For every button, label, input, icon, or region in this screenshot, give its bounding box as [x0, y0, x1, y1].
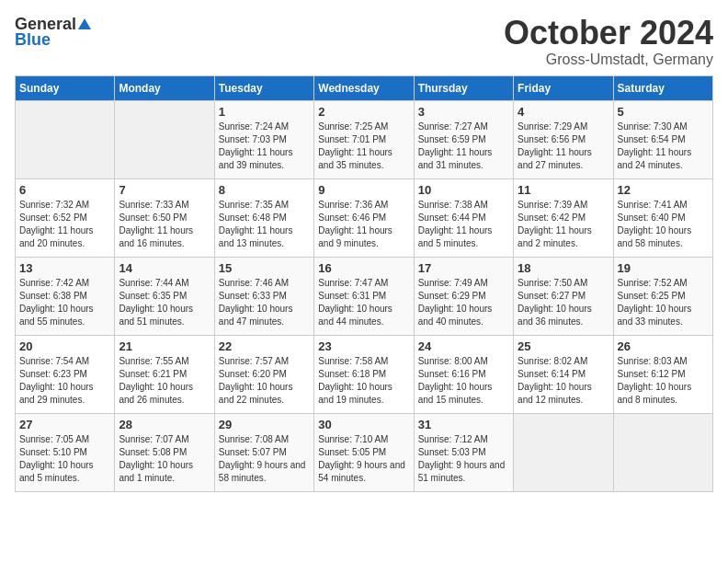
- cell-info: Sunrise: 7:25 AMSunset: 7:01 PMDaylight:…: [318, 121, 409, 172]
- cell-info: Sunrise: 8:00 AMSunset: 6:16 PMDaylight:…: [418, 355, 509, 407]
- cell-info: Sunrise: 7:54 AMSunset: 6:23 PMDaylight:…: [19, 355, 110, 407]
- day-number: 22: [219, 339, 310, 353]
- month-title: October 2024: [504, 15, 713, 52]
- day-number: 12: [618, 183, 709, 197]
- cell-info: Sunrise: 8:03 AMSunset: 6:12 PMDaylight:…: [618, 355, 709, 407]
- calendar-week-row: 27Sunrise: 7:05 AMSunset: 5:10 PMDayligh…: [16, 413, 713, 491]
- calendar-cell: 16Sunrise: 7:47 AMSunset: 6:31 PMDayligh…: [314, 257, 414, 335]
- calendar-cell: 18Sunrise: 7:50 AMSunset: 6:27 PMDayligh…: [514, 257, 613, 335]
- cell-info: Sunrise: 7:10 AMSunset: 5:05 PMDaylight:…: [318, 433, 409, 485]
- col-monday: Monday: [115, 75, 214, 100]
- col-thursday: Thursday: [414, 75, 513, 100]
- day-number: 11: [518, 183, 609, 197]
- cell-info: Sunrise: 7:39 AMSunset: 6:42 PMDaylight:…: [518, 199, 609, 250]
- day-number: 24: [418, 339, 509, 353]
- calendar-cell: [613, 413, 712, 491]
- day-number: 25: [518, 339, 609, 353]
- day-number: 26: [618, 339, 709, 353]
- cell-info: Sunrise: 7:38 AMSunset: 6:44 PMDaylight:…: [418, 199, 509, 250]
- calendar-cell: 26Sunrise: 8:03 AMSunset: 6:12 PMDayligh…: [613, 335, 712, 413]
- calendar-cell: 1Sunrise: 7:24 AMSunset: 7:03 PMDaylight…: [214, 100, 313, 178]
- day-number: 20: [19, 339, 110, 353]
- day-number: 31: [418, 418, 509, 431]
- calendar-table: Sunday Monday Tuesday Wednesday Thursday…: [15, 75, 713, 492]
- day-number: 14: [119, 261, 210, 275]
- day-number: 21: [119, 339, 210, 353]
- cell-info: Sunrise: 7:05 AMSunset: 5:10 PMDaylight:…: [19, 433, 110, 485]
- col-saturday: Saturday: [613, 75, 712, 100]
- day-number: 8: [219, 183, 310, 197]
- day-number: 5: [618, 105, 709, 119]
- title-block: October 2024 Gross-Umstadt, Germany: [504, 15, 713, 68]
- calendar-cell: 20Sunrise: 7:54 AMSunset: 6:23 PMDayligh…: [16, 335, 115, 413]
- day-number: 1: [219, 105, 310, 119]
- calendar-cell: 30Sunrise: 7:10 AMSunset: 5:05 PMDayligh…: [314, 413, 414, 491]
- logo-blue-text: Blue: [15, 30, 51, 50]
- calendar-cell: 13Sunrise: 7:42 AMSunset: 6:38 PMDayligh…: [16, 257, 115, 335]
- cell-info: Sunrise: 7:44 AMSunset: 6:35 PMDaylight:…: [119, 277, 210, 328]
- calendar-week-row: 20Sunrise: 7:54 AMSunset: 6:23 PMDayligh…: [16, 335, 713, 413]
- calendar-cell: 22Sunrise: 7:57 AMSunset: 6:20 PMDayligh…: [214, 335, 313, 413]
- day-number: 10: [418, 183, 509, 197]
- cell-info: Sunrise: 7:08 AMSunset: 5:07 PMDaylight:…: [219, 433, 310, 485]
- calendar-cell: 4Sunrise: 7:29 AMSunset: 6:56 PMDaylight…: [514, 100, 613, 178]
- col-wednesday: Wednesday: [314, 75, 414, 100]
- calendar-cell: 25Sunrise: 8:02 AMSunset: 6:14 PMDayligh…: [514, 335, 613, 413]
- cell-info: Sunrise: 7:07 AMSunset: 5:08 PMDaylight:…: [119, 433, 210, 485]
- day-number: 18: [518, 261, 609, 275]
- cell-info: Sunrise: 7:55 AMSunset: 6:21 PMDaylight:…: [119, 355, 210, 407]
- logo-triangle-icon: [78, 18, 91, 29]
- page-header: General Blue October 2024 Gross-Umstadt,…: [15, 15, 713, 68]
- cell-info: Sunrise: 7:24 AMSunset: 7:03 PMDaylight:…: [219, 121, 310, 172]
- calendar-cell: 9Sunrise: 7:36 AMSunset: 6:46 PMDaylight…: [314, 178, 414, 257]
- calendar-cell: 8Sunrise: 7:35 AMSunset: 6:48 PMDaylight…: [214, 178, 313, 257]
- cell-info: Sunrise: 7:42 AMSunset: 6:38 PMDaylight:…: [19, 277, 110, 328]
- calendar-header-row: Sunday Monday Tuesday Wednesday Thursday…: [16, 75, 713, 100]
- calendar-cell: 31Sunrise: 7:12 AMSunset: 5:03 PMDayligh…: [414, 413, 513, 491]
- day-number: 13: [19, 261, 110, 275]
- calendar-cell: 3Sunrise: 7:27 AMSunset: 6:59 PMDaylight…: [414, 100, 513, 178]
- calendar-week-row: 13Sunrise: 7:42 AMSunset: 6:38 PMDayligh…: [16, 257, 713, 335]
- calendar-cell: 17Sunrise: 7:49 AMSunset: 6:29 PMDayligh…: [414, 257, 513, 335]
- calendar-cell: 5Sunrise: 7:30 AMSunset: 6:54 PMDaylight…: [613, 100, 712, 178]
- cell-info: Sunrise: 7:50 AMSunset: 6:27 PMDaylight:…: [518, 277, 609, 328]
- calendar-week-row: 6Sunrise: 7:32 AMSunset: 6:52 PMDaylight…: [16, 178, 713, 257]
- day-number: 17: [418, 261, 509, 275]
- day-number: 19: [618, 261, 709, 275]
- calendar-cell: 28Sunrise: 7:07 AMSunset: 5:08 PMDayligh…: [115, 413, 214, 491]
- day-number: 29: [219, 418, 310, 431]
- calendar-cell: [514, 413, 613, 491]
- col-friday: Friday: [514, 75, 613, 100]
- day-number: 16: [318, 261, 409, 275]
- calendar-cell: 21Sunrise: 7:55 AMSunset: 6:21 PMDayligh…: [115, 335, 214, 413]
- cell-info: Sunrise: 7:33 AMSunset: 6:50 PMDaylight:…: [119, 199, 210, 250]
- calendar-cell: 19Sunrise: 7:52 AMSunset: 6:25 PMDayligh…: [613, 257, 712, 335]
- calendar-cell: 6Sunrise: 7:32 AMSunset: 6:52 PMDaylight…: [16, 178, 115, 257]
- location-title: Gross-Umstadt, Germany: [504, 52, 713, 68]
- day-number: 4: [518, 105, 609, 119]
- logo: General Blue: [15, 15, 91, 50]
- cell-info: Sunrise: 7:52 AMSunset: 6:25 PMDaylight:…: [618, 277, 709, 328]
- calendar-cell: 7Sunrise: 7:33 AMSunset: 6:50 PMDaylight…: [115, 178, 214, 257]
- calendar-week-row: 1Sunrise: 7:24 AMSunset: 7:03 PMDaylight…: [16, 100, 713, 178]
- day-number: 15: [219, 261, 310, 275]
- cell-info: Sunrise: 7:32 AMSunset: 6:52 PMDaylight:…: [19, 199, 110, 250]
- calendar-cell: [16, 100, 115, 178]
- calendar-cell: 29Sunrise: 7:08 AMSunset: 5:07 PMDayligh…: [214, 413, 313, 491]
- cell-info: Sunrise: 7:49 AMSunset: 6:29 PMDaylight:…: [418, 277, 509, 328]
- calendar-cell: 11Sunrise: 7:39 AMSunset: 6:42 PMDayligh…: [514, 178, 613, 257]
- day-number: 9: [318, 183, 409, 197]
- day-number: 3: [418, 105, 509, 119]
- day-number: 27: [19, 418, 110, 431]
- col-tuesday: Tuesday: [214, 75, 313, 100]
- cell-info: Sunrise: 7:46 AMSunset: 6:33 PMDaylight:…: [219, 277, 310, 328]
- calendar-cell: 24Sunrise: 8:00 AMSunset: 6:16 PMDayligh…: [414, 335, 513, 413]
- cell-info: Sunrise: 7:30 AMSunset: 6:54 PMDaylight:…: [618, 121, 709, 172]
- day-number: 6: [19, 183, 110, 197]
- cell-info: Sunrise: 7:58 AMSunset: 6:18 PMDaylight:…: [318, 355, 409, 407]
- cell-info: Sunrise: 7:29 AMSunset: 6:56 PMDaylight:…: [518, 121, 609, 172]
- cell-info: Sunrise: 7:27 AMSunset: 6:59 PMDaylight:…: [418, 121, 509, 172]
- cell-info: Sunrise: 7:57 AMSunset: 6:20 PMDaylight:…: [219, 355, 310, 407]
- day-number: 30: [318, 418, 409, 431]
- calendar-cell: 27Sunrise: 7:05 AMSunset: 5:10 PMDayligh…: [16, 413, 115, 491]
